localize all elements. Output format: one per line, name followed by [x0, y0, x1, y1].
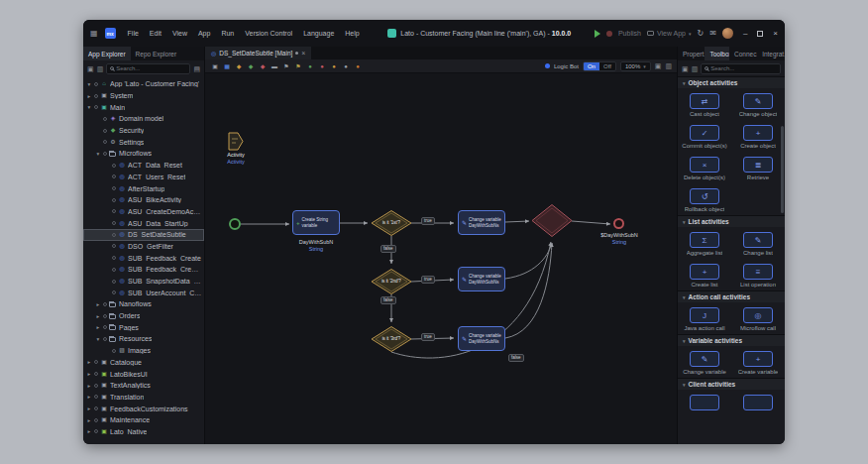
create-variable-activity[interactable]: + Create String variable — [292, 210, 340, 235]
section-variable-activities[interactable]: ▾Variable activities — [678, 334, 785, 346]
toolbox-item-commit-object-s[interactable]: ✓Commit object(s) — [678, 120, 731, 152]
chevron-right-icon[interactable]: ▸ — [95, 301, 101, 307]
add-start-event-icon[interactable]: ⚑ — [281, 61, 291, 71]
filter-icon[interactable]: ▤ — [193, 65, 200, 72]
start-event[interactable] — [229, 218, 241, 230]
export-image-icon[interactable]: ▣ — [210, 61, 220, 71]
menu-view[interactable]: View — [167, 27, 192, 40]
tree-item-system[interactable]: ▸▣System — [83, 90, 204, 102]
tree-item-sub-snapshotdata-multiply[interactable]: ◎SUB_SnapshotData_Multiply — [83, 276, 204, 288]
menu-language[interactable]: Language — [298, 27, 339, 40]
section-action-call-activities[interactable]: ▾Action call activities — [678, 290, 785, 302]
tree-item-feedbackcustomizations[interactable]: ▸▣FeedbackCustomizations — [83, 403, 204, 414]
chevron-right-icon[interactable]: ▸ — [86, 93, 92, 99]
grid-view-icon[interactable]: ▥ — [692, 65, 699, 72]
menu-edit[interactable]: Edit — [145, 27, 166, 40]
sync-icon[interactable]: ↻ — [697, 29, 704, 38]
publish-button[interactable]: Publish — [618, 30, 641, 37]
menu-app[interactable]: App — [193, 27, 215, 40]
tree-item-lato-native[interactable]: ▸▣Lato_Native — [83, 426, 204, 438]
tab-toolbox[interactable]: Toolbox — [705, 47, 729, 60]
chevron-right-icon[interactable]: ▸ — [95, 324, 101, 330]
tree-item-catalogue[interactable]: ▸▣Catalogue — [83, 357, 204, 369]
tree-item-sub-useraccount-create[interactable]: ◎SUB_UserAccount_Create — [83, 287, 204, 298]
microflow-canvas[interactable]: Activity Activity + Create String variab… — [205, 73, 677, 444]
change-variable-activity-3[interactable]: ✎ Change variable DayWithSubNs — [458, 326, 505, 351]
chevron-right-icon[interactable]: ▸ — [86, 383, 92, 389]
add-break-event-icon[interactable]: ● — [317, 61, 327, 71]
tree-item-textanalytics[interactable]: ▸▣TextAnalytics — [83, 380, 204, 392]
add-continue-event-icon[interactable]: ● — [329, 61, 339, 71]
chevron-right-icon[interactable]: ▸ — [95, 313, 101, 319]
add-object-type-decision-icon[interactable]: ◆ — [258, 61, 268, 71]
tree-item-asu-createdemoaccounts[interactable]: ◎ASU_CreateDemoAccounts — [83, 206, 204, 218]
logic-bot-toggle[interactable]: On Off — [583, 61, 616, 71]
list-view-icon[interactable]: ▣ — [682, 65, 689, 72]
add-merge-icon[interactable]: ◆ — [246, 61, 256, 71]
run-button[interactable] — [595, 30, 600, 38]
chevron-right-icon[interactable]: ▸ — [86, 371, 92, 377]
chevron-down-icon[interactable]: ▾ — [95, 151, 101, 157]
toolbox-item-change-list[interactable]: ✎Change list — [731, 227, 785, 259]
tab-app-explorer[interactable]: App Explorer — [83, 47, 131, 60]
stop-button[interactable] — [606, 31, 612, 37]
tree-item-act-users-reset[interactable]: ◎ACT_Users_Reset — [83, 172, 204, 183]
chevron-right-icon[interactable]: ▸ — [86, 394, 92, 400]
chevron-right-icon[interactable]: ▸ — [86, 406, 92, 411]
tree-item-resources[interactable]: ▾Resources — [83, 333, 204, 345]
tree-item-translation[interactable]: ▸▣Translation — [83, 392, 204, 404]
toolbox-item-create-list[interactable]: +Create list — [678, 259, 731, 290]
toggle-off[interactable]: Off — [599, 62, 615, 70]
user-avatar[interactable] — [722, 28, 733, 39]
section-object-activities[interactable]: ▾Object activities — [678, 76, 785, 88]
tree-item-security[interactable]: ◆Security — [83, 125, 204, 137]
panel-layout-icon[interactable]: ▥ — [665, 62, 672, 69]
toolbox-search-input[interactable] — [710, 65, 777, 71]
change-variable-activity-1[interactable]: ✎ Change variable DayWithSubNs — [458, 210, 505, 235]
menu-version-control[interactable]: Version Control — [240, 27, 297, 40]
toggle-on[interactable]: On — [584, 62, 599, 70]
tree-item-dso-getfilter[interactable]: ◎DSO_GetFilter — [83, 241, 204, 253]
zoom-select[interactable]: 100% ▾ — [620, 61, 651, 71]
toolbox-item-rollback-object[interactable]: ↺Rollback object — [678, 183, 731, 215]
tree-item-domain-model[interactable]: ◈Domain model — [83, 113, 204, 125]
toolbox-scrollbar[interactable] — [781, 126, 784, 213]
toolbox-item-aggregate-list[interactable]: ΣAggregate list — [678, 227, 731, 259]
menu-run[interactable]: Run — [216, 27, 239, 40]
section-client-activities[interactable]: ▾Client activities — [678, 378, 785, 390]
menu-help[interactable]: Help — [340, 27, 364, 40]
document-tab[interactable]: ◎ DS_SetDateSubtle [Main] × — [205, 47, 311, 59]
close-button[interactable]: × — [773, 30, 778, 38]
toolbox-item-delete-object-s[interactable]: ×Delete object(s) — [678, 152, 731, 183]
add-end-event-icon[interactable]: ⚑ — [293, 61, 303, 71]
tree-item-sub-feedback-create[interactable]: ◎SUB_Feedback_Create — [83, 252, 204, 264]
menu-file[interactable]: File — [123, 27, 144, 40]
section-list-activities[interactable]: ▾List activities — [678, 215, 785, 227]
add-loop-icon[interactable]: ● — [305, 61, 315, 71]
tree-item-nanoflows[interactable]: ▸Nanoflows — [83, 298, 204, 310]
toolbox-item-list-operation[interactable]: ≡List operation — [731, 259, 785, 290]
tree-item-asu-bikeactivity[interactable]: ◎ASU_BikeActivity — [83, 194, 204, 206]
toolbox-item-change-object[interactable]: ✎Change object — [731, 88, 785, 120]
toolbox-item-create-variable[interactable]: +Create variable — [731, 346, 785, 378]
toolbox-item-java-action-call[interactable]: JJava action call — [678, 302, 731, 334]
tree-item-orders[interactable]: ▸Orders — [83, 310, 204, 322]
toolbox-item-cast-object[interactable]: ⇄Cast object — [678, 88, 731, 120]
chevron-right-icon[interactable]: ▸ — [86, 417, 92, 423]
tree-item-afterstartup[interactable]: ◎AfterStartup — [83, 182, 204, 194]
collapse-all-icon[interactable]: ▣ — [87, 65, 94, 72]
toolbox-item-change-variable[interactable]: ✎Change variable — [678, 346, 731, 378]
tree-item-images[interactable]: ▨Images — [83, 345, 204, 357]
tree-item-maintenance[interactable]: ▸▣Maintenance — [83, 414, 204, 426]
add-error-handler-icon[interactable]: ● — [353, 61, 363, 71]
toolbox-item-microflow-call[interactable]: ◎Microflow call — [731, 302, 785, 334]
minimize-button[interactable]: – — [743, 30, 747, 38]
mendix-logo[interactable]: mx — [105, 28, 116, 39]
close-tab-icon[interactable]: × — [301, 50, 305, 57]
toolbox-item-create-object[interactable]: +Create object — [731, 120, 785, 152]
chevron-right-icon[interactable]: ▸ — [86, 428, 92, 434]
expand-panel-icon[interactable]: ▣ — [655, 62, 662, 69]
tab-propert[interactable]: Propert... — [678, 47, 705, 60]
tree-item-act-data-reset[interactable]: ◎ACT_Data_Reset — [83, 160, 204, 172]
chevron-right-icon[interactable]: ▸ — [86, 359, 92, 365]
